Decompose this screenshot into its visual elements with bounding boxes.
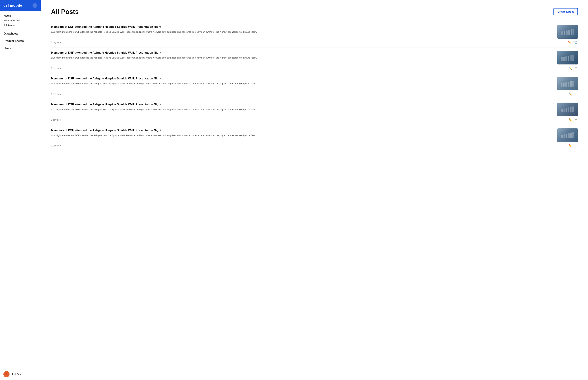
sidebar-item-news[interactable]: News — [0, 13, 15, 18]
edit-post-button[interactable]: ✏️ — [568, 118, 572, 122]
delete-post-button[interactable]: 🗑 — [574, 92, 578, 96]
post-item: Members of DSF attended the Ashgate Hosp… — [51, 47, 578, 73]
post-actions: ✏️ 🗑 — [568, 118, 578, 122]
delete-post-button[interactable]: 🗑 — [574, 66, 578, 70]
post-title: Members of DSF attended the Ashgate Hosp… — [51, 103, 553, 107]
post-excerpt: Last night, members of DSF attended the … — [51, 108, 553, 112]
post-content-row: Members of DSF attended the Ashgate Hosp… — [51, 125, 578, 142]
post-title: Members of DSF attended the Ashgate Hosp… — [51, 77, 553, 81]
create-post-button[interactable]: Create a post — [553, 8, 578, 15]
photo-simulation — [561, 107, 573, 113]
sidebar-footer: J Joel Bearn — [0, 368, 41, 380]
post-thumbnail — [557, 51, 578, 64]
nav-divider-2 — [0, 37, 41, 38]
sidebar-item-datasheets[interactable]: Datasheets — [0, 30, 22, 36]
post-meta-row: 1 day ago ✏️ 🗑 — [51, 142, 578, 148]
sidebar-item-users[interactable]: Users — [0, 45, 15, 51]
post-time: 1 day ago — [51, 118, 61, 121]
post-excerpt: Last night, members of DSF attended the … — [51, 82, 553, 86]
post-actions: ✏️ 🗑 — [568, 144, 578, 148]
post-thumbnail — [557, 103, 578, 116]
post-meta-row: 1 day ago ✏️ 🗑 — [51, 116, 578, 122]
post-actions: ✏️ 🗑 — [568, 92, 578, 96]
post-thumbnail — [557, 25, 578, 38]
post-thumbnail-image — [557, 128, 578, 142]
post-item: Members of DSF attended the Ashgate Hosp… — [51, 22, 578, 47]
post-meta-row: 1 day ago ✏️ 🗑 — [51, 64, 578, 70]
post-text: Members of DSF attended the Ashgate Hosp… — [51, 25, 553, 34]
post-excerpt: Last night, members of DSF attended the … — [51, 56, 553, 60]
sidebar: dsf mobile ‹ News Write new post All Pos… — [0, 0, 41, 380]
post-excerpt: Last night, members of DSF attended the … — [51, 30, 553, 34]
post-thumbnail — [557, 77, 578, 90]
post-time: 1 day ago — [51, 41, 61, 43]
delete-post-button[interactable]: 🗑 — [574, 144, 578, 148]
post-item: Members of DSF attended the Ashgate Hosp… — [51, 99, 578, 125]
edit-post-button[interactable]: ✏️ — [568, 144, 572, 148]
post-actions: ✏️ 🗑 — [568, 66, 578, 70]
post-text: Members of DSF attended the Ashgate Hosp… — [51, 128, 553, 137]
main-content: All Posts Create a post Members of DSF a… — [41, 0, 588, 380]
edit-post-button[interactable]: ✏️ — [568, 66, 572, 70]
sidebar-header: dsf mobile ‹ — [0, 0, 41, 11]
post-time: 1 day ago — [51, 93, 61, 95]
delete-post-button[interactable]: 🗑 — [574, 118, 578, 122]
avatar: J — [3, 371, 10, 377]
app-logo: dsf mobile — [3, 3, 22, 7]
edit-post-button[interactable]: ✏️ — [568, 92, 572, 96]
post-text: Members of DSF attended the Ashgate Hosp… — [51, 77, 553, 86]
sidebar-item-all-posts[interactable]: All Posts — [0, 23, 41, 28]
post-thumbnail-image — [557, 51, 578, 64]
post-item: Members of DSF attended the Ashgate Hosp… — [51, 125, 578, 151]
nav-divider — [0, 30, 41, 30]
sidebar-nav: News Write new post All Posts Datasheets… — [0, 11, 41, 368]
post-thumbnail-image — [557, 77, 578, 90]
page-title: All Posts — [51, 8, 578, 16]
post-content-row: Members of DSF attended the Ashgate Hosp… — [51, 47, 578, 64]
post-meta-row: 1 day ago ✏️ 🗑 — [51, 90, 578, 96]
photo-simulation — [561, 81, 574, 87]
post-content-row: Members of DSF attended the Ashgate Hosp… — [51, 73, 578, 90]
post-thumbnail — [557, 128, 578, 142]
post-content-row: Members of DSF attended the Ashgate Hosp… — [51, 99, 578, 116]
post-item: Members of DSF attended the Ashgate Hosp… — [51, 73, 578, 99]
post-content-row: Members of DSF attended the Ashgate Hosp… — [51, 22, 578, 38]
post-actions: ✏️ 🗑️ — [568, 40, 578, 44]
photo-simulation — [561, 132, 574, 138]
sidebar-item-product-sheets[interactable]: Product Sheets — [0, 38, 27, 43]
post-title: Members of DSF attended the Ashgate Hosp… — [51, 128, 553, 132]
photo-simulation — [561, 55, 574, 61]
photo-simulation — [561, 29, 574, 35]
post-thumbnail-image — [557, 103, 578, 116]
post-text: Members of DSF attended the Ashgate Hosp… — [51, 51, 553, 60]
post-title: Members of DSF attended the Ashgate Hosp… — [51, 25, 553, 29]
post-meta-row: 1 day ago ✏️ 🗑️ — [51, 38, 578, 44]
sidebar-toggle-button[interactable]: ‹ — [33, 3, 37, 8]
delete-post-button[interactable]: 🗑️ — [574, 40, 578, 44]
post-excerpt: Last night, members of DSF attended the … — [51, 134, 553, 137]
chevron-left-icon: ‹ — [35, 4, 35, 7]
edit-post-button[interactable]: ✏️ — [568, 40, 572, 44]
user-name-label: Joel Bearn — [12, 373, 23, 376]
posts-list: Members of DSF attended the Ashgate Hosp… — [51, 22, 578, 151]
post-text: Members of DSF attended the Ashgate Hosp… — [51, 103, 553, 112]
post-time: 1 day ago — [51, 67, 61, 69]
post-time: 1 day ago — [51, 144, 61, 147]
post-title: Members of DSF attended the Ashgate Hosp… — [51, 51, 553, 55]
post-thumbnail-image — [557, 25, 578, 38]
